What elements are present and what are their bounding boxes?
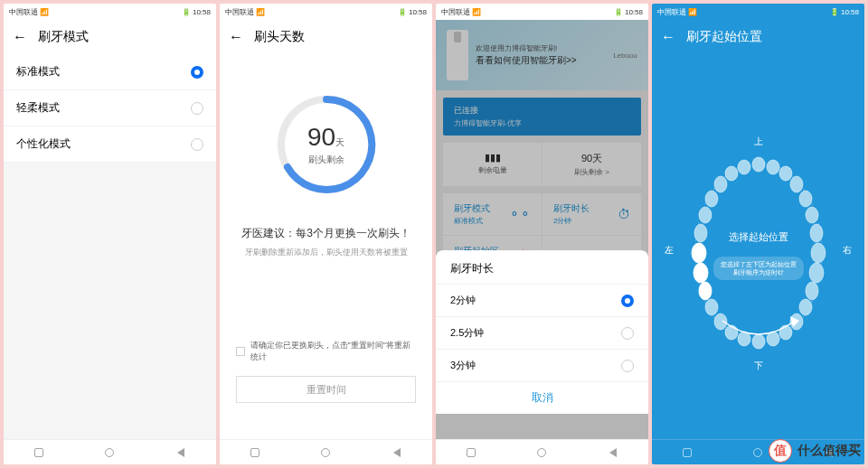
svg-point-18 bbox=[809, 263, 824, 283]
svg-point-3 bbox=[738, 160, 750, 174]
nav-back[interactable] bbox=[391, 446, 403, 459]
mode-label: 轻柔模式 bbox=[16, 100, 60, 116]
confirm-text: 请确定你已更换刷头，点击"重置时间"将重新统计 bbox=[250, 340, 416, 363]
panel-brush-head-days: 中国联通📶 🔋10:58 ← 刷头天数 90天 刷头剩余 牙医建议：每3个月更换… bbox=[220, 4, 432, 464]
mode-label: 个性化模式 bbox=[16, 136, 71, 152]
sheet-option-2-5min[interactable]: 2.5分钟 bbox=[436, 316, 648, 349]
svg-point-4 bbox=[767, 160, 779, 174]
mode-item-gentle[interactable]: 轻柔模式 bbox=[4, 90, 216, 126]
svg-point-20 bbox=[806, 282, 818, 300]
status-bar: 中国联通📶 🔋10:58 bbox=[652, 4, 864, 20]
days-value: 90 bbox=[307, 123, 335, 151]
center-prompt: 选择起始位置 您选择了左下区为起始位置 刷牙顺序为逆时针 bbox=[713, 230, 804, 280]
nav-bar bbox=[436, 439, 648, 464]
radio-icon bbox=[191, 138, 203, 151]
days-gauge: 90天 刷头剩余 bbox=[272, 90, 381, 199]
nav-bar bbox=[4, 439, 216, 464]
svg-point-2 bbox=[752, 157, 765, 172]
svg-point-22 bbox=[799, 299, 812, 315]
back-icon[interactable]: ← bbox=[661, 29, 675, 45]
nav-home[interactable] bbox=[319, 446, 332, 459]
mode-label: 标准模式 bbox=[16, 64, 60, 80]
status-bar: 中国联通📶 🔋10:58 bbox=[220, 4, 432, 20]
svg-point-7 bbox=[714, 176, 727, 192]
header: ← 刷牙模式 bbox=[4, 20, 216, 54]
radio-icon bbox=[191, 102, 203, 115]
sheet-cancel-button[interactable]: 取消 bbox=[436, 381, 648, 414]
duration-sheet: 刷牙时长 2分钟 2.5分钟 3分钟 取消 bbox=[436, 250, 648, 414]
back-icon[interactable]: ← bbox=[229, 29, 243, 45]
checkbox-icon bbox=[236, 347, 245, 356]
radio-selected-icon bbox=[191, 66, 203, 79]
reset-button[interactable]: 重置时间 bbox=[236, 376, 416, 403]
status-bar: 中国联通📶 🔋10:58 bbox=[436, 4, 648, 20]
svg-point-9 bbox=[705, 191, 718, 207]
svg-point-5 bbox=[725, 166, 738, 181]
advice-title: 牙医建议：每3个月更换一次刷头！ bbox=[241, 226, 410, 241]
sheet-option-3min[interactable]: 3分钟 bbox=[436, 349, 648, 381]
page-title: 刷头天数 bbox=[254, 29, 305, 45]
nav-recent[interactable] bbox=[249, 446, 261, 459]
mode-list: 标准模式 轻柔模式 个性化模式 bbox=[4, 54, 216, 439]
svg-point-10 bbox=[799, 191, 812, 207]
mode-item-standard[interactable]: 标准模式 bbox=[4, 54, 216, 90]
direction-right: 右 bbox=[843, 244, 852, 257]
svg-point-8 bbox=[790, 176, 803, 192]
header: ← 刷牙起始位置 bbox=[652, 20, 864, 54]
svg-point-30 bbox=[692, 243, 706, 263]
teeth-content: 上 下 左 右 bbox=[652, 54, 864, 439]
svg-point-13 bbox=[694, 224, 707, 242]
panel-start-position: 中国联通📶 🔋10:58 ← 刷牙起始位置 上 下 左 右 bbox=[652, 4, 864, 464]
nav-home[interactable] bbox=[535, 446, 548, 459]
sheet-option-2min[interactable]: 2分钟 bbox=[436, 284, 648, 316]
svg-point-16 bbox=[811, 243, 826, 263]
svg-point-23 bbox=[714, 314, 727, 330]
svg-point-21 bbox=[705, 299, 718, 315]
panel-brushing-mode: 中国联通📶 🔋10:58 ← 刷牙模式 标准模式 轻柔模式 个性化模式 bbox=[4, 4, 216, 464]
svg-point-11 bbox=[699, 207, 712, 223]
nav-home[interactable] bbox=[751, 446, 764, 459]
direction-left: 左 bbox=[665, 244, 674, 257]
direction-top: 上 bbox=[754, 136, 763, 148]
svg-point-32 bbox=[699, 282, 712, 300]
nav-recent[interactable] bbox=[465, 446, 477, 459]
nav-recent[interactable] bbox=[681, 446, 693, 459]
header: ← 刷头天数 bbox=[220, 20, 432, 54]
status-bar: 中国联通📶 🔋10:58 bbox=[4, 4, 216, 20]
radio-icon bbox=[621, 360, 634, 372]
back-icon[interactable]: ← bbox=[13, 29, 27, 45]
selection-badge: 您选择了左下区为起始位置 刷牙顺序为逆时针 bbox=[713, 257, 804, 280]
nav-back[interactable] bbox=[607, 446, 619, 459]
watermark: 值 什么值得买 bbox=[769, 439, 861, 463]
nav-back[interactable] bbox=[175, 446, 187, 459]
watermark-icon: 值 bbox=[769, 439, 792, 463]
days-content: 90天 刷头剩余 牙医建议：每3个月更换一次刷头！ 牙刷删除重新添加后，刷头使用… bbox=[220, 54, 432, 439]
watermark-text: 什么值得买 bbox=[797, 443, 861, 459]
radio-icon bbox=[621, 327, 634, 340]
sheet-title: 刷牙时长 bbox=[436, 250, 648, 284]
days-label: 刷头剩余 bbox=[307, 154, 344, 166]
page-title: 刷牙起始位置 bbox=[686, 29, 762, 45]
mode-item-custom[interactable]: 个性化模式 bbox=[4, 126, 216, 163]
page-title: 刷牙模式 bbox=[38, 29, 89, 45]
radio-selected-icon bbox=[621, 295, 634, 307]
svg-point-29 bbox=[752, 334, 765, 349]
confirm-checkbox-row[interactable]: 请确定你已更换刷头，点击"重置时间"将重新统计 bbox=[236, 340, 416, 363]
direction-bottom: 下 bbox=[754, 360, 763, 372]
advice-subtitle: 牙刷删除重新添加后，刷头使用天数将被重置 bbox=[245, 247, 408, 258]
dashboard-content: 欢迎使用力博得智能牙刷! 看看如何使用智能牙刷>> Lebooo 已连接 力博得… bbox=[436, 20, 648, 439]
nav-recent[interactable] bbox=[33, 446, 45, 459]
svg-point-31 bbox=[693, 263, 708, 283]
nav-home[interactable] bbox=[103, 446, 116, 459]
svg-point-12 bbox=[806, 207, 818, 223]
svg-point-14 bbox=[810, 224, 823, 242]
panel-dashboard-with-sheet: 中国联通📶 🔋10:58 欢迎使用力博得智能牙刷! 看看如何使用智能牙刷>> L… bbox=[436, 4, 648, 464]
nav-bar bbox=[220, 439, 432, 464]
svg-point-6 bbox=[779, 166, 792, 181]
